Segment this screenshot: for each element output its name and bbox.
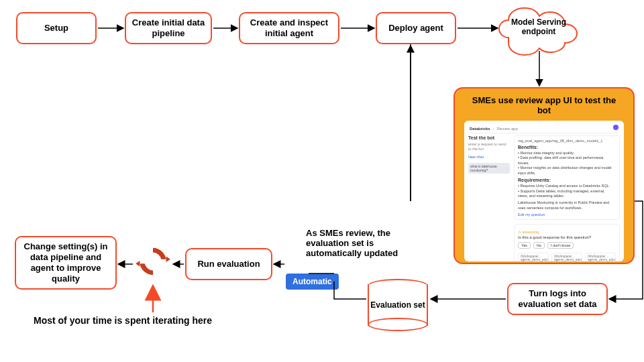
btn-yes[interactable]: Yes bbox=[518, 242, 531, 249]
btn-no[interactable]: No bbox=[533, 242, 545, 249]
node-create-pipeline-label: Create initial data pipeline bbox=[130, 17, 207, 40]
assessing-warn: assessing bbox=[523, 230, 539, 234]
retrieved-path-3: /Workspace/…agents_demo_advanced/05_depl… bbox=[588, 255, 616, 261]
node-create-agent: Create and inspect initial agent bbox=[239, 12, 339, 44]
node-evaluation-set-label: Evaluation set bbox=[370, 300, 425, 310]
feedback-question: Is this a good response for this questio… bbox=[518, 235, 616, 239]
benefit-2: Data profiling: data drift over time and… bbox=[518, 156, 604, 164]
node-run-evaluation: Run evaluation bbox=[185, 248, 272, 280]
review-left-hint: enter a request to send to the bot bbox=[468, 142, 510, 151]
node-deploy-agent-label: Deploy agent bbox=[388, 23, 443, 34]
badge-automatic: Automatic bbox=[286, 274, 339, 290]
review-app-breadcrumb-page: Review app bbox=[497, 127, 518, 131]
review-app-breadcrumb-app: Databricks bbox=[470, 127, 490, 131]
cycle-icon bbox=[134, 243, 172, 280]
annotation-sme-review: As SMEs review, the evaluation set is au… bbox=[306, 228, 427, 258]
new-chat-link[interactable]: New chat bbox=[468, 155, 510, 159]
node-turn-logs-label: Turn logs into evaluation set data bbox=[513, 288, 602, 310]
node-change-settings-label: Change setting(s) in data pipeline and a… bbox=[20, 241, 111, 285]
svg-marker-1 bbox=[136, 261, 140, 267]
retrieved-path-1: /Workspace/…agents_demo_advanced/05_depl… bbox=[521, 255, 549, 261]
btn-idk[interactable]: I don't know bbox=[547, 242, 574, 249]
retrieved-card-1: /Workspace/…agents_demo_advanced/05_depl… bbox=[518, 253, 549, 261]
node-create-agent-label: Create and inspect initial agent bbox=[244, 17, 334, 40]
review-panel-title: SMEs use review app UI to test the bot bbox=[464, 95, 624, 115]
model-path: rag_eval_agent_app/rag_08_dbrx_demo_mode… bbox=[518, 139, 616, 143]
node-setup: Setup bbox=[16, 12, 97, 44]
benefit-1: Monitor data integrity and quality. bbox=[520, 151, 574, 155]
node-create-pipeline: Create initial data pipeline bbox=[125, 12, 212, 44]
badge-automatic-label: Automatic bbox=[292, 277, 332, 286]
review-app-screenshot: Databricks › Review app Test the bot ent… bbox=[464, 121, 624, 261]
review-left-title: Test the bot bbox=[468, 135, 510, 140]
review-app-panel: SMEs use review app UI to test the bot D… bbox=[453, 87, 635, 264]
footer-note: Lakehouse Monitoring is currently in Pub… bbox=[518, 200, 609, 209]
requirements-heading: Requirements: bbox=[518, 178, 616, 182]
node-evaluation-set: Evaluation set bbox=[368, 284, 428, 326]
retrieved-card-3: /Workspace/…agents_demo_advanced/05_depl… bbox=[585, 253, 616, 261]
caption-iteration: Most of your time is spent iterating her… bbox=[34, 315, 212, 326]
node-turn-logs: Turn logs into evaluation set data bbox=[507, 283, 608, 315]
benefits-heading: Benefits: bbox=[518, 145, 616, 149]
svg-marker-0 bbox=[166, 256, 170, 262]
node-setup-label: Setup bbox=[44, 23, 68, 34]
benefit-3: Monitor insights on data distribution ch… bbox=[518, 166, 612, 174]
avatar-icon bbox=[613, 125, 619, 130]
req-2: Supports Delta tables, including managed… bbox=[518, 189, 604, 198]
node-change-settings: Change setting(s) in data pipeline and a… bbox=[15, 236, 117, 290]
node-model-serving-endpoint-label: Model Serving endpoint bbox=[511, 17, 566, 36]
node-run-evaluation-label: Run evaluation bbox=[197, 259, 260, 269]
retrieved-path-2: /Workspace/…agents_demo_advanced/05_depl… bbox=[554, 255, 582, 261]
retrieved-card-2: /Workspace/…agents_demo_advanced/05_depl… bbox=[551, 253, 582, 261]
req-1: Requires Unity Catalog and access to Dat… bbox=[520, 184, 610, 188]
edit-question-link[interactable]: Edit my question bbox=[518, 213, 616, 217]
node-deploy-agent: Deploy agent bbox=[376, 12, 456, 44]
prompt-chip[interactable]: what is lakehouse monitoring? bbox=[468, 163, 510, 174]
node-model-serving-endpoint: Model Serving endpoint bbox=[502, 17, 576, 37]
